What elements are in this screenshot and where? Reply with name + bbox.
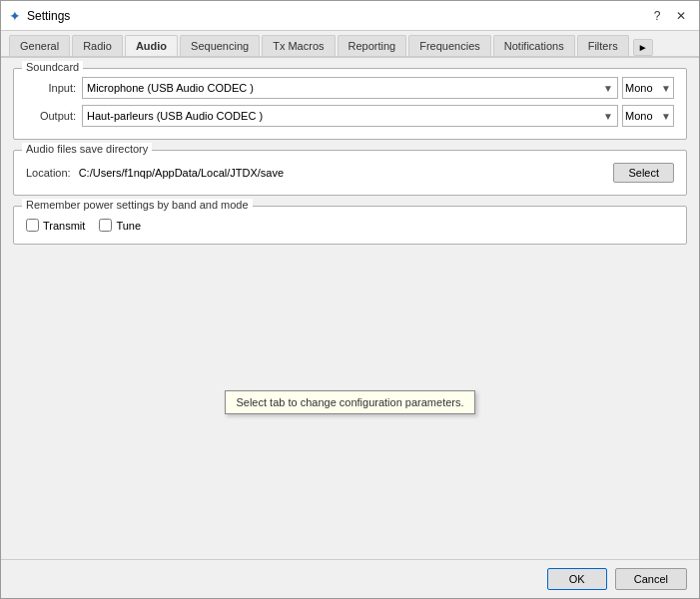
input-dropdown[interactable]: Microphone (USB Audio CODEC ) ▼ [82, 77, 618, 99]
tab-frequencies[interactable]: Frequencies [408, 35, 491, 56]
tab-notifications[interactable]: Notifications [493, 35, 575, 56]
tab-audio[interactable]: Audio [125, 35, 178, 58]
tune-label: Tune [116, 220, 141, 232]
power-settings-group: Remember power settings by band and mode… [13, 206, 687, 245]
app-icon: ✦ [9, 8, 21, 24]
input-channel-arrow-icon: ▼ [661, 83, 671, 94]
input-channel-dropdown[interactable]: Mono ▼ [622, 77, 674, 99]
tab-radio[interactable]: Radio [72, 35, 123, 56]
output-channel-value: Mono [625, 110, 653, 122]
soundcard-group: Soundcard Input: Microphone (USB Audio C… [13, 68, 687, 140]
bottom-bar: OK Cancel [1, 559, 699, 598]
tune-checkbox[interactable] [99, 219, 112, 232]
cancel-button[interactable]: Cancel [615, 568, 687, 590]
audio-files-group: Audio files save directory Location: C:/… [13, 150, 687, 196]
tab-tx-macros[interactable]: Tx Macros [262, 35, 335, 56]
tab-general[interactable]: General [9, 35, 70, 56]
audio-files-label: Audio files save directory [22, 143, 152, 155]
input-label: Input: [26, 82, 76, 94]
tooltip-area: Select tab to change configuration param… [13, 255, 687, 549]
transmit-label: Transmit [43, 220, 85, 232]
input-arrow-icon: ▼ [603, 83, 613, 94]
tabs-bar: General Radio Audio Sequencing Tx Macros… [1, 31, 699, 58]
soundcard-label: Soundcard [22, 61, 83, 73]
window-title: Settings [27, 9, 70, 23]
location-label: Location: [26, 167, 71, 179]
location-row: Location: C:/Users/f1nqp/AppData/Local/J… [26, 159, 674, 183]
output-value: Haut-parleurs (USB Audio CODEC ) [87, 110, 263, 122]
output-arrow-icon: ▼ [603, 111, 613, 122]
input-row: Input: Microphone (USB Audio CODEC ) ▼ M… [26, 77, 674, 99]
output-row: Output: Haut-parleurs (USB Audio CODEC )… [26, 105, 674, 127]
settings-window: ✦ Settings ? ✕ General Radio Audio Seque… [0, 0, 700, 599]
close-button[interactable]: ✕ [671, 6, 691, 26]
output-channel-dropdown[interactable]: Mono ▼ [622, 105, 674, 127]
tab-filters[interactable]: Filters [577, 35, 629, 56]
location-path: C:/Users/f1nqp/AppData/Local/JTDX/save [79, 167, 606, 179]
output-channel-arrow-icon: ▼ [661, 111, 671, 122]
tab-sequencing[interactable]: Sequencing [180, 35, 260, 56]
select-button[interactable]: Select [613, 163, 674, 183]
title-bar: ✦ Settings ? ✕ [1, 1, 699, 31]
output-dropdown[interactable]: Haut-parleurs (USB Audio CODEC ) ▼ [82, 105, 618, 127]
input-channel-value: Mono [625, 82, 653, 94]
help-button[interactable]: ? [647, 6, 667, 26]
output-label: Output: [26, 110, 76, 122]
transmit-checkbox[interactable] [26, 219, 39, 232]
ok-button[interactable]: OK [547, 568, 607, 590]
tune-checkbox-item[interactable]: Tune [99, 219, 141, 232]
tab-reporting[interactable]: Reporting [338, 35, 407, 56]
checkbox-group: Transmit Tune [26, 215, 674, 232]
input-value: Microphone (USB Audio CODEC ) [87, 82, 254, 94]
tooltip-box: Select tab to change configuration param… [225, 390, 474, 414]
tab-nav-right[interactable]: ► [633, 39, 653, 56]
main-content: Soundcard Input: Microphone (USB Audio C… [1, 58, 699, 559]
transmit-checkbox-item[interactable]: Transmit [26, 219, 85, 232]
tooltip-text: Select tab to change configuration param… [236, 396, 463, 408]
power-settings-label: Remember power settings by band and mode [22, 199, 253, 211]
